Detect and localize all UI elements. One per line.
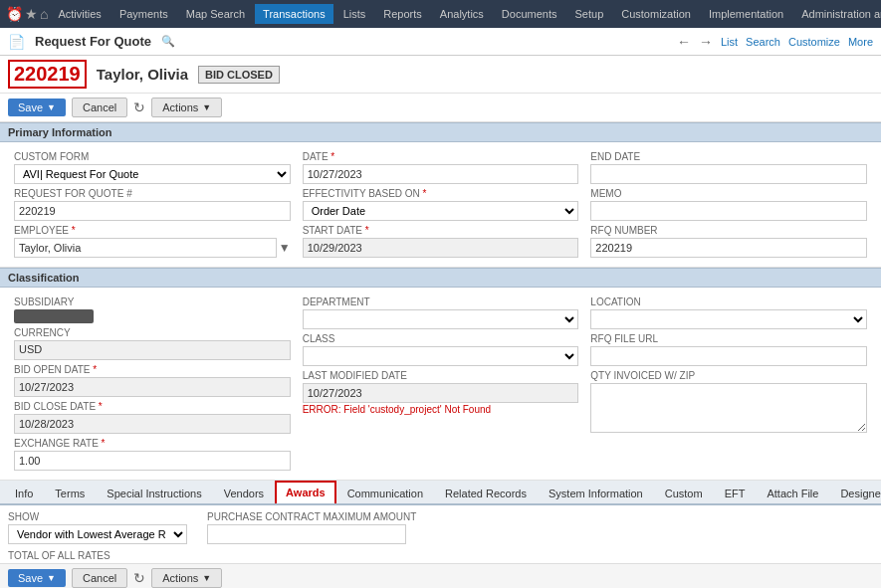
star-icon[interactable]: ★ <box>25 6 38 22</box>
record-header: 220219 Taylor, Olivia BID CLOSED <box>0 56 881 94</box>
cancel-button[interactable]: Cancel <box>72 98 127 117</box>
bottom-restore-icon[interactable]: ↻ <box>133 570 145 586</box>
purchase-contract-field: PURCHASE CONTRACT MAXIMUM AMOUNT <box>207 511 416 544</box>
end-date-label: END DATE <box>590 151 867 162</box>
nav-admin[interactable]: Administration and Controls <box>793 4 881 24</box>
last-modified-input <box>303 383 579 403</box>
nav-reports[interactable]: Reports <box>375 4 430 24</box>
exchange-rate-input[interactable] <box>14 451 291 471</box>
awards-show-row: SHOW Vendor with Lowest Average Rate PUR… <box>8 511 873 544</box>
search-icon[interactable]: 🔍 <box>161 35 175 48</box>
bid-close-date-input[interactable] <box>14 414 291 434</box>
nav-map-search[interactable]: Map Search <box>178 4 253 24</box>
classification-col-2: DEPARTMENT CLASS LAST MODIFIED DATE ERRO… <box>297 294 585 474</box>
rfq-file-url-input[interactable] <box>590 346 867 366</box>
bottom-save-button[interactable]: Save ▼ <box>8 569 66 587</box>
nav-search-link[interactable]: Search <box>746 36 780 48</box>
tab-system-information[interactable]: System Information <box>538 482 654 505</box>
nav-customize-link[interactable]: Customize <box>788 36 840 48</box>
class-select[interactable] <box>303 346 579 366</box>
show-select[interactable]: Vendor with Lowest Average Rate <box>8 524 187 544</box>
subsidiary-value-hidden <box>14 309 94 323</box>
bottom-actions-button[interactable]: Actions ▼ <box>151 568 222 588</box>
qty-invoiced-label: QTY INVOICED W/ ZIP <box>590 370 867 381</box>
nav-transactions[interactable]: Transactions <box>255 4 333 24</box>
back-arrow-button[interactable]: ← <box>677 34 691 50</box>
tab-vendors[interactable]: Vendors <box>213 482 275 505</box>
bottom-actions-arrow[interactable]: ▼ <box>202 573 211 583</box>
rfq-number-input[interactable] <box>590 238 867 258</box>
memo-input[interactable] <box>590 201 867 221</box>
tab-designer-communication[interactable]: Designer Communication with AE <box>829 482 881 505</box>
department-select[interactable] <box>303 309 579 329</box>
restore-icon[interactable]: ↻ <box>133 99 145 115</box>
show-field: SHOW Vendor with Lowest Average Rate <box>8 511 187 544</box>
secondary-nav-actions: ← → List Search Customize More <box>677 34 873 50</box>
form-body: Primary Information CUSTOM FORM AVI| Req… <box>0 122 881 563</box>
department-label: DEPARTMENT <box>303 296 579 307</box>
nav-implementation[interactable]: Implementation <box>701 4 791 24</box>
tab-custom[interactable]: Custom <box>654 482 714 505</box>
location-label: LOCATION <box>590 296 867 307</box>
save-dropdown-arrow[interactable]: ▼ <box>47 102 56 112</box>
tab-terms[interactable]: Terms <box>44 482 96 505</box>
nav-analytics[interactable]: Analytics <box>432 4 492 24</box>
tab-related-records[interactable]: Related Records <box>434 482 538 505</box>
actions-dropdown-arrow[interactable]: ▼ <box>202 102 211 112</box>
home-icon[interactable]: ⌂ <box>40 6 48 22</box>
save-label: Save <box>18 101 43 113</box>
memo-label: MEMO <box>590 188 867 199</box>
tab-eft[interactable]: EFT <box>714 482 757 505</box>
bottom-toolbar: Save ▼ Cancel ↻ Actions ▼ <box>0 563 881 588</box>
start-date-label: START DATE <box>303 225 579 236</box>
tab-special-instructions[interactable]: Special Instructions <box>96 482 212 505</box>
nav-payments[interactable]: Payments <box>111 4 176 24</box>
toolbar: Save ▼ Cancel ↻ Actions ▼ <box>0 94 881 122</box>
primary-col-3: END DATE MEMO RFQ NUMBER <box>584 148 873 261</box>
record-name: Taylor, Olivia <box>97 66 188 83</box>
nav-documents[interactable]: Documents <box>494 4 565 24</box>
purchase-contract-input[interactable] <box>207 524 406 544</box>
primary-info-section-header: Primary Information <box>0 122 881 142</box>
bottom-cancel-button[interactable]: Cancel <box>72 568 127 588</box>
tab-communication[interactable]: Communication <box>336 482 434 505</box>
primary-col-2: DATE EFFECTIVITY BASED ON Order Date STA… <box>297 148 585 261</box>
bid-open-date-input[interactable] <box>14 377 291 397</box>
rfq-label: REQUEST FOR QUOTE # <box>14 188 291 199</box>
nav-lists[interactable]: Lists <box>335 4 374 24</box>
custom-form-select[interactable]: AVI| Request For Quote <box>14 164 291 184</box>
rfq-input[interactable] <box>14 201 291 221</box>
employee-picker-icon[interactable]: ▼ <box>279 241 291 255</box>
location-select[interactable] <box>590 309 867 329</box>
record-number: 220219 <box>8 60 87 89</box>
effectivity-select[interactable]: Order Date <box>303 201 579 221</box>
start-date-input[interactable] <box>303 238 579 258</box>
bid-closed-badge: BID CLOSED <box>198 66 280 84</box>
employee-input[interactable] <box>14 238 277 258</box>
currency-label: CURRENCY <box>14 327 291 338</box>
qty-invoiced-textarea[interactable] <box>590 383 867 433</box>
tab-attach-file[interactable]: Attach File <box>756 482 829 505</box>
save-button[interactable]: Save ▼ <box>8 98 66 116</box>
top-navigation: ⏰ ★ ⌂ Activities Payments Map Search Tra… <box>0 0 881 28</box>
rfq-file-url-label: RFQ FILE URL <box>590 333 867 344</box>
bid-open-date-label: BID OPEN DATE <box>14 364 291 375</box>
purchase-contract-label: PURCHASE CONTRACT MAXIMUM AMOUNT <box>207 511 416 522</box>
tab-awards[interactable]: Awards <box>275 481 336 505</box>
classification-col-3: LOCATION RFQ FILE URL QTY INVOICED W/ ZI… <box>584 294 873 474</box>
date-input[interactable] <box>303 164 579 184</box>
nav-setup[interactable]: Setup <box>567 4 612 24</box>
forward-arrow-button[interactable]: → <box>699 34 713 50</box>
actions-button[interactable]: Actions ▼ <box>151 98 222 117</box>
clock-icon[interactable]: ⏰ <box>6 6 23 22</box>
nav-more-link[interactable]: More <box>848 36 873 48</box>
bottom-save-arrow[interactable]: ▼ <box>47 573 56 583</box>
currency-value: USD <box>14 340 291 360</box>
nav-list-link[interactable]: List <box>721 36 738 48</box>
nav-customization[interactable]: Customization <box>613 4 699 24</box>
primary-col-1: CUSTOM FORM AVI| Request For Quote REQUE… <box>8 148 297 261</box>
tab-info[interactable]: Info <box>4 482 44 505</box>
end-date-input[interactable] <box>590 164 867 184</box>
page-title: Request For Quote <box>35 34 151 49</box>
nav-activities[interactable]: Activities <box>50 4 109 24</box>
